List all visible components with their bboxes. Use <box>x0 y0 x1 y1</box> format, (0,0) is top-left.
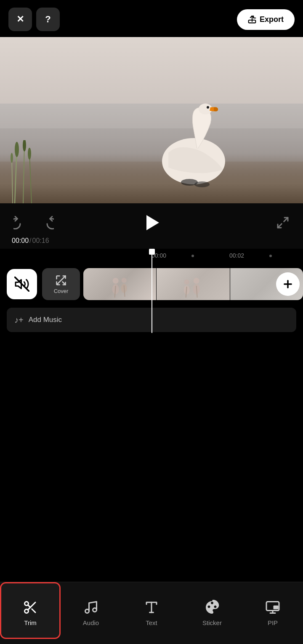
svg-line-39 <box>28 605 30 607</box>
ruler-dot-3 <box>269 255 272 257</box>
svg-point-6 <box>194 181 210 187</box>
video-preview <box>0 37 303 203</box>
play-button[interactable] <box>141 212 162 234</box>
pip-icon <box>265 598 280 617</box>
nav-label-trim: Trim <box>24 619 36 626</box>
cover-label: Cover <box>54 288 69 294</box>
nav-item-text[interactable]: Text <box>121 582 182 639</box>
svg-point-12 <box>23 140 26 152</box>
nav-item-trim[interactable]: Trim <box>0 582 61 639</box>
undo-button[interactable] <box>10 213 30 233</box>
fullscreen-icon <box>276 216 290 229</box>
music-note-icon: ♪+ <box>14 315 24 325</box>
top-bar: ✕ ? Export <box>0 0 303 37</box>
nav-item-pip[interactable]: PIP <box>242 582 303 639</box>
timeline-container: 00:00 00:02 Cover <box>0 249 303 333</box>
nav-label-pip: PIP <box>268 619 278 626</box>
nav-label-text: Text <box>146 619 157 626</box>
help-button[interactable]: ? <box>36 8 60 31</box>
play-icon <box>146 215 159 230</box>
nav-item-sticker[interactable]: Sticker <box>182 582 242 639</box>
sticker-icon <box>205 598 220 617</box>
svg-point-14 <box>11 153 13 163</box>
svg-point-41 <box>93 608 97 612</box>
svg-line-9 <box>29 153 32 203</box>
svg-point-22 <box>113 278 119 284</box>
audio-icon <box>83 598 98 617</box>
cover-icon <box>55 274 67 286</box>
time-display: 00:00 / 00:16 <box>10 237 293 245</box>
nav-label-audio: Audio <box>83 619 99 626</box>
export-button[interactable]: Export <box>237 9 295 30</box>
add-music-button[interactable]: ♪+ Add Music <box>7 308 296 332</box>
svg-point-13 <box>28 148 31 160</box>
reeds-image <box>8 140 42 203</box>
export-label: Export <box>260 15 284 24</box>
video-strip[interactable] <box>83 268 303 300</box>
time-total: 00:16 <box>32 237 49 245</box>
swan-image <box>152 98 236 191</box>
trim-icon <box>23 598 38 617</box>
svg-point-31 <box>194 278 199 284</box>
add-music-label: Add Music <box>29 316 62 324</box>
redo-icon <box>40 216 54 229</box>
svg-point-40 <box>85 609 89 613</box>
cover-button[interactable]: Cover <box>42 268 80 300</box>
svg-line-8 <box>23 144 24 203</box>
volume-button[interactable] <box>7 269 37 299</box>
ruler-dot-1 <box>191 255 194 257</box>
add-clip-button[interactable] <box>276 272 300 296</box>
undo-icon <box>13 216 27 229</box>
strip-frame-1 <box>83 268 157 300</box>
svg-line-10 <box>12 157 13 203</box>
plus-icon <box>282 278 294 290</box>
time-separator: / <box>29 237 31 245</box>
export-icon <box>248 15 256 24</box>
playback-controls <box>10 212 293 234</box>
close-button[interactable]: ✕ <box>8 8 32 31</box>
top-bar-left: ✕ ? <box>8 8 60 31</box>
svg-rect-45 <box>274 606 279 609</box>
text-icon <box>144 598 159 617</box>
svg-point-28 <box>184 279 189 285</box>
svg-line-38 <box>32 609 35 612</box>
nav-label-sticker: Sticker <box>202 619 222 626</box>
redo-button[interactable] <box>37 213 57 233</box>
middle-spacer <box>0 333 303 584</box>
svg-point-11 <box>15 142 19 157</box>
nav-item-audio[interactable]: Audio <box>61 582 121 639</box>
controls-area: 00:00 / 00:16 <box>0 203 303 249</box>
svg-point-4 <box>207 106 209 109</box>
bottom-nav: Trim Audio Text Sticker <box>0 582 303 644</box>
ruler-time-2: 00:02 <box>229 252 244 259</box>
volume-icon <box>14 277 29 292</box>
fullscreen-button[interactable] <box>273 213 293 233</box>
strip-frame-2 <box>157 268 230 300</box>
time-current: 00:00 <box>12 237 29 245</box>
svg-point-25 <box>122 278 127 283</box>
ruler-time-0: 00:00 <box>152 252 166 259</box>
